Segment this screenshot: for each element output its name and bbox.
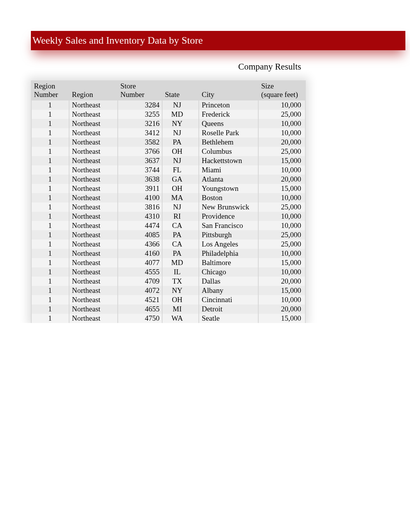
col-header-region-number: Region Number [32,80,69,100]
cell-city: Philadelphia [199,249,258,258]
cell-city: Detroit [199,304,258,314]
cell-region-number: 1 [32,212,69,221]
cell-city: Albany [199,286,258,295]
table-row: 1Northeast4709TXDallas20,000 [32,277,305,286]
cell-region: Northeast [69,156,117,165]
cell-store-number: 4310 [118,212,162,221]
cell-state: OH [163,295,198,304]
cell-size: 10,000 [259,165,305,175]
cell-store-number: 4100 [118,193,162,202]
cell-city: Roselle Park [199,128,258,138]
table-row: 1Northeast4085PAPittsburgh25,000 [32,230,305,240]
cell-size: 20,000 [259,304,305,314]
cell-city: Cincinnati [199,295,258,304]
cell-city: Princeton [199,100,258,110]
cell-size: 10,000 [259,249,305,258]
cell-region-number: 1 [32,267,69,277]
table-row: 1Northeast3766OHColumbus25,000 [32,147,305,156]
cell-store-number: 4085 [118,230,162,240]
cell-state: TX [163,277,198,286]
table-row: 1Northeast4072NYAlbany15,000 [32,286,305,295]
cell-size: 10,000 [259,119,305,128]
cell-store-number: 3582 [118,138,162,147]
cell-store-number: 3816 [118,202,162,212]
cell-region-number: 1 [32,165,69,175]
cell-size: 10,000 [259,193,305,202]
cell-store-number: 4474 [118,221,162,230]
cell-state: OH [163,147,198,156]
cell-region-number: 1 [32,314,69,323]
cell-size: 20,000 [259,138,305,147]
cell-size: 10,000 [259,100,305,110]
data-table-wrapper: Region Number Region Store Number State … [31,80,306,323]
report-title-bar: Weekly Sales and Inventory Data by Store [31,31,405,50]
cell-region: Northeast [69,221,117,230]
cell-state: CA [163,221,198,230]
table-row: 1Northeast4521OHCincinnati10,000 [32,295,305,304]
table-row: 1Northeast3284NJPrinceton10,000 [32,100,305,110]
cell-region: Northeast [69,295,117,304]
table-row: 1Northeast3582PABethlehem20,000 [32,138,305,147]
col-header-city: City [199,80,258,100]
col-header-label: Region [34,82,66,90]
table-row: 1Northeast4366CALos Angeles25,000 [32,240,305,249]
cell-region-number: 1 [32,147,69,156]
data-table: Region Number Region Store Number State … [31,80,306,323]
cell-city: Chicago [199,267,258,277]
cell-store-number: 3255 [118,110,162,119]
cell-state: RI [163,212,198,221]
cell-size: 10,000 [259,128,305,138]
cell-region-number: 1 [32,184,69,193]
cell-city: Hackettstown [199,156,258,165]
cell-store-number: 3911 [118,184,162,193]
cell-state: NY [163,119,198,128]
table-row: 1Northeast4750WASeatle15,000 [32,314,305,323]
cell-state: NJ [163,156,198,165]
cell-region: Northeast [69,249,117,258]
cell-size: 20,000 [259,277,305,286]
cell-region: Northeast [69,230,117,240]
cell-region: Northeast [69,202,117,212]
cell-size: 10,000 [259,295,305,304]
col-header-label: Number [120,90,159,99]
cell-region-number: 1 [32,202,69,212]
cell-state: NJ [163,100,198,110]
cell-store-number: 3216 [118,119,162,128]
table-row: 1Northeast3911OHYoungstown15,000 [32,184,305,193]
cell-region-number: 1 [32,138,69,147]
cell-store-number: 4072 [118,286,162,295]
cell-city: Atlanta [199,175,258,184]
report-subtitle: Company Results [31,62,301,72]
cell-region-number: 1 [32,240,69,249]
cell-region-number: 1 [32,110,69,119]
cell-store-number: 4709 [118,277,162,286]
cell-region-number: 1 [32,156,69,165]
col-header-label: State [165,90,180,99]
cell-region: Northeast [69,184,117,193]
cell-store-number: 4750 [118,314,162,323]
table-row: 1Northeast3638GAAtlanta20,000 [32,175,305,184]
cell-region-number: 1 [32,230,69,240]
cell-store-number: 3637 [118,156,162,165]
cell-city: Dallas [199,277,258,286]
table-row: 1Northeast4655MIDetroit20,000 [32,304,305,314]
cell-region-number: 1 [32,119,69,128]
cell-store-number: 3638 [118,175,162,184]
cell-size: 15,000 [259,314,305,323]
table-header: Region Number Region Store Number State … [32,80,305,100]
cell-store-number: 3744 [118,165,162,175]
cell-size: 15,000 [259,258,305,267]
cell-state: MD [163,110,198,119]
cell-city: Providence [199,212,258,221]
col-header-label: Number [34,90,66,99]
cell-region: Northeast [69,267,117,277]
cell-region: Northeast [69,165,117,175]
cell-region: Northeast [69,304,117,314]
table-row: 1Northeast4310RIProvidence10,000 [32,212,305,221]
cell-store-number: 4555 [118,267,162,277]
cell-size: 20,000 [259,175,305,184]
table-body: 1Northeast3284NJPrinceton10,0001Northeas… [32,100,305,323]
cell-city: Youngstown [199,184,258,193]
table-row: 1Northeast3637NJHackettstown15,000 [32,156,305,165]
cell-region: Northeast [69,147,117,156]
